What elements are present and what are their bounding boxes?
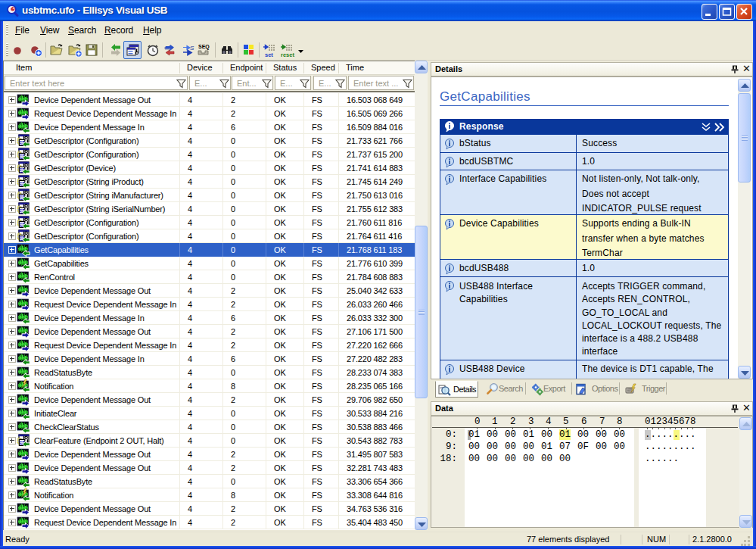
svg-text:S: S bbox=[190, 45, 194, 51]
svg-text:set: set bbox=[265, 51, 273, 58]
svg-text:reset: reset bbox=[281, 51, 294, 58]
svg-text:SEQ: SEQ bbox=[198, 44, 210, 50]
